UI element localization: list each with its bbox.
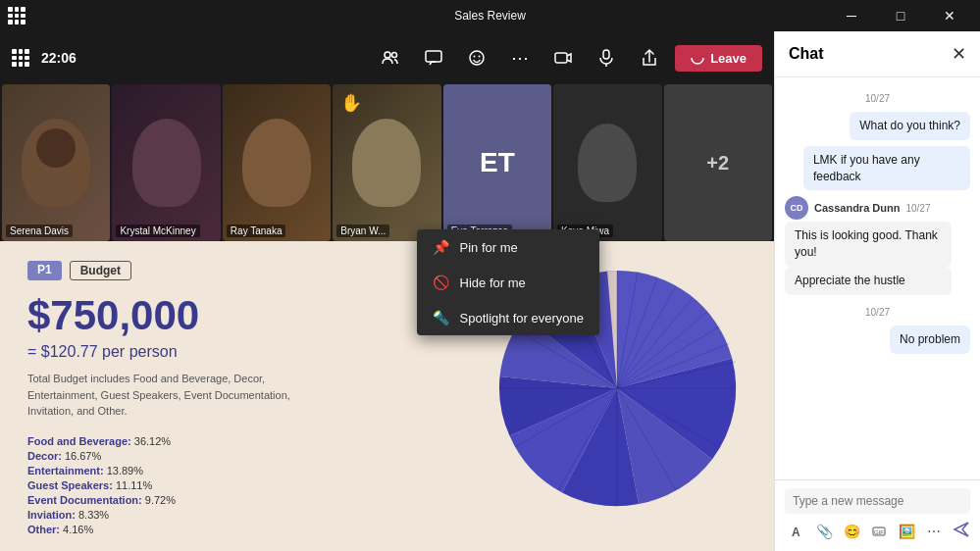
participant-serena[interactable]: Serena Davis: [2, 84, 110, 241]
svg-rect-2: [426, 51, 441, 62]
people-icon: [381, 48, 400, 68]
slide-tag-p1: P1: [27, 261, 62, 280]
mic-icon-button[interactable]: [589, 40, 624, 75]
top-toolbar: 22:06: [0, 31, 774, 84]
attach-button[interactable]: 📎: [812, 520, 836, 543]
breakdown-item-6: Other: 4.16%: [27, 524, 747, 535]
chat-title: Chat: [789, 45, 824, 63]
chat-icon-button[interactable]: [416, 40, 451, 75]
presentation-area: P1 Budget $750,000 = $120.77 per person …: [0, 241, 774, 551]
context-menu-hide[interactable]: 🚫 Hide for me: [417, 265, 599, 300]
sticker-button[interactable]: 🖼️: [895, 520, 918, 543]
chat-bubble-received-2: Appreciate the hustle: [785, 267, 952, 295]
participant-kayo[interactable]: Kayo Miwa: [553, 84, 661, 241]
emoji-button[interactable]: 😊: [840, 520, 863, 543]
camera-icon-button[interactable]: [545, 40, 581, 75]
pin-icon: 📌: [433, 239, 450, 255]
participant-ray[interactable]: Ray Tanaka: [223, 84, 331, 241]
slide-tag-budget: Budget: [70, 261, 131, 280]
people-icon-button[interactable]: [373, 40, 408, 75]
share-icon-button[interactable]: [632, 40, 667, 75]
maximize-button[interactable]: □: [878, 0, 923, 31]
more-options-button[interactable]: ⋯: [502, 40, 538, 75]
leave-button[interactable]: Leave: [675, 45, 762, 72]
svg-text:GIF: GIF: [874, 529, 884, 535]
raise-hand-icon: ✋: [340, 92, 362, 114]
minimize-button[interactable]: ─: [829, 0, 874, 31]
svg-point-5: [479, 56, 481, 58]
chat-messages: 10/27 What do you think? LMK if you have…: [775, 77, 980, 479]
chat-received-cassandra: CD Cassandra Dunn 10/27 This is looking …: [785, 196, 970, 294]
sender-time-cassandra: 10/27: [905, 203, 930, 214]
hide-icon: 🚫: [433, 275, 450, 290]
chat-header: Chat ✕: [775, 31, 980, 77]
share-icon: [640, 48, 659, 68]
chat-date-1: 10/27: [785, 93, 970, 104]
avatar-cassandra: CD: [785, 196, 808, 220]
svg-rect-7: [603, 50, 609, 59]
emoji-icon-button[interactable]: [459, 40, 494, 75]
chat-input[interactable]: [793, 494, 962, 508]
svg-text:A: A: [792, 526, 800, 538]
chat-input-area: A 📎 😊 GIF 🖼️ ⋯: [775, 479, 980, 551]
phone-icon: [691, 51, 704, 65]
participant-name-krystal: Krystal McKinney: [116, 225, 199, 237]
svg-point-0: [385, 52, 390, 58]
chat-toolbar: A 📎 😊 GIF 🖼️ ⋯: [785, 520, 970, 543]
toolbar-right: ⋯: [373, 40, 762, 75]
send-button[interactable]: [953, 521, 970, 542]
participant-name-serena: Serena Davis: [6, 225, 73, 237]
sender-name-cassandra: Cassandra Dunn: [814, 202, 900, 214]
app-grid-icon: [8, 7, 26, 25]
participant-name-bryan: Bryan W...: [336, 225, 389, 237]
grid-view-icon: [12, 49, 29, 67]
window-controls: ─ □ ✕: [829, 0, 972, 31]
toolbar-left: 22:06: [12, 49, 77, 67]
chat-input-row: [785, 488, 970, 514]
context-menu: 📌 Pin for me 🚫 Hide for me 🔦 Spotlight f…: [417, 229, 599, 335]
chat-bubble-received-1: This is looking good. Thank you!: [785, 222, 952, 267]
svg-point-1: [392, 53, 397, 58]
spotlight-icon: 🔦: [433, 310, 450, 326]
participant-bryan[interactable]: ✋ Bryan W...: [333, 84, 440, 241]
format-icon: A: [790, 525, 803, 538]
format-text-button[interactable]: A: [785, 520, 808, 543]
send-icon: [953, 521, 970, 538]
svg-point-4: [474, 56, 476, 58]
chat-date-2: 10/27: [785, 307, 970, 318]
camera-icon: [553, 48, 573, 68]
video-area: 22:06: [0, 31, 774, 551]
mic-icon: [596, 48, 616, 68]
chat-panel: Chat ✕ 10/27 What do you think? LMK if y…: [774, 31, 980, 551]
slide-description: Total Budget includes Food and Beverage,…: [27, 371, 302, 420]
svg-rect-6: [555, 53, 567, 63]
main-container: 22:06: [0, 31, 980, 551]
reaction-icon: [467, 48, 487, 68]
participants-bar: Serena Davis Krystal McKinney Ray Tanaka: [0, 84, 774, 241]
chat-icon: [424, 48, 443, 68]
title-bar-left: [8, 7, 26, 25]
participant-name-ray: Ray Tanaka: [227, 225, 286, 237]
context-menu-spotlight[interactable]: 🔦 Spotlight for everyone: [417, 300, 599, 335]
chat-bubble-sent-2: LMK if you have any feedback: [803, 146, 970, 191]
gif-icon: GIF: [872, 525, 886, 538]
gif-button[interactable]: GIF: [867, 520, 891, 543]
more-chat-options-button[interactable]: ⋯: [922, 520, 946, 543]
chat-sender-row: CD Cassandra Dunn 10/27: [785, 196, 970, 220]
avatar-eva: ET: [443, 84, 551, 241]
close-button[interactable]: ✕: [927, 0, 972, 31]
context-menu-pin[interactable]: 📌 Pin for me: [417, 229, 599, 265]
avatar-plus: +2: [664, 84, 772, 241]
chat-bubble-sent-1: What do you think?: [850, 112, 970, 140]
title-bar: Sales Review ─ □ ✕: [0, 0, 980, 31]
participant-plus[interactable]: +2: [664, 84, 772, 241]
window-title: Sales Review: [454, 9, 526, 23]
participant-krystal[interactable]: Krystal McKinney: [112, 84, 220, 241]
chat-close-button[interactable]: ✕: [952, 43, 966, 65]
chat-bubble-sent-3: No problem: [890, 326, 970, 354]
participant-eva[interactable]: ET Eva Terrazas: [443, 84, 551, 241]
call-time: 22:06: [41, 50, 77, 66]
